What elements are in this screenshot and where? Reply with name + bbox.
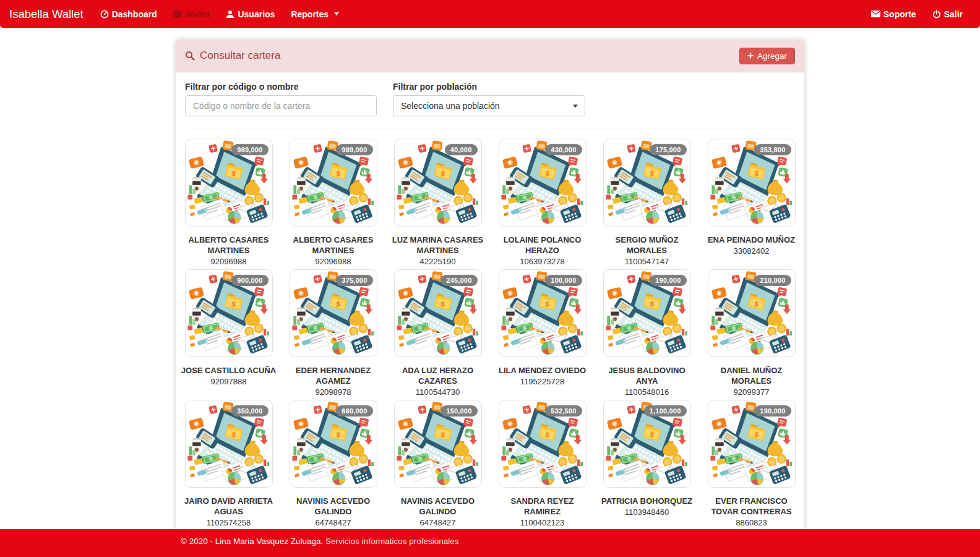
main-container: Consultar cartera Agregar Filtrar por có… xyxy=(176,40,804,557)
nav-item-usuarios[interactable]: Usuarios xyxy=(218,0,283,28)
cartera-thumbnail[interactable]: 532,500 xyxy=(499,400,587,488)
footer-copyright: © 2020 - Lina Maria Vasquez Zuluaga. xyxy=(181,537,323,546)
cartera-card[interactable]: 190,000 JESUS BALDOVINO ANYA 1100548016 xyxy=(595,269,699,400)
card-code: 1100402123 xyxy=(520,518,564,529)
population-select[interactable]: Selecciona una población xyxy=(393,95,585,116)
card-code: 33082402 xyxy=(734,246,770,257)
card-name: ALBERTO CASARES MARTINES xyxy=(285,235,382,256)
cartera-card[interactable]: 353,800 ENA PEINADO MUÑOZ 33082402 xyxy=(699,139,804,269)
cartera-thumbnail[interactable]: 989,000 xyxy=(290,139,377,227)
cartera-thumbnail[interactable]: 100,000 xyxy=(499,269,587,357)
navbar-left-menu: Dashboard Wallet Usuarios Reporte xyxy=(92,0,347,28)
add-button[interactable]: Agregar xyxy=(739,48,795,64)
power-icon xyxy=(932,10,941,19)
cartera-card[interactable]: 190,000 EVER FRANCISCO TOVAR CONTRERAS 8… xyxy=(699,400,804,530)
card-name: JESUS BALDOVINO ANYA xyxy=(598,366,696,387)
card-name: JOSE CASTILLO ACUÑA xyxy=(180,366,278,376)
filters-row: Filtrar por código o nombre Filtrar por … xyxy=(185,82,795,116)
card-code: 1103948460 xyxy=(625,507,669,518)
cartera-card[interactable]: 989,000 ALBERTO CASARES MARTINES 9209698… xyxy=(176,139,281,269)
footer-link[interactable]: Servicios informaticos profesionales xyxy=(325,537,458,546)
card-amount-badge: 1,100,000 xyxy=(644,405,687,417)
nav-item-dashboard[interactable]: Dashboard xyxy=(92,0,165,28)
card-code: 92096988 xyxy=(211,257,247,267)
cards-grid: 989,000 ALBERTO CASARES MARTINES 9209698… xyxy=(176,139,804,530)
nav-item-salir[interactable]: Salir xyxy=(924,0,971,28)
nav-item-reportes[interactable]: Reportes xyxy=(283,0,347,28)
card-amount-badge: 989,000 xyxy=(231,144,268,155)
envelope-icon xyxy=(871,11,880,17)
cartera-card[interactable]: 430,000 LOLAINE POLANCO HERAZO 106397327… xyxy=(490,139,595,269)
card-code: 1100547147 xyxy=(625,257,669,267)
page-title: Consultar cartera xyxy=(185,50,280,62)
cartera-card[interactable]: 150,000 NAVINIS ACEVEDO GALINDO 64748427 xyxy=(385,400,490,530)
page-title-text: Consultar cartera xyxy=(200,50,280,62)
footer-text: © 2020 - Lina Maria Vasquez Zuluaga. Ser… xyxy=(176,529,804,553)
cartera-card[interactable]: 100,000 LILA MENDEZ OVIEDO 1195225728 xyxy=(490,269,595,400)
card-amount-badge: 150,000 xyxy=(441,405,477,417)
nav-item-wallet[interactable]: Wallet xyxy=(165,0,218,28)
card-name: LUZ MARINA CASARES MARTINES xyxy=(389,235,487,256)
cartera-card[interactable]: 680,000 NAVINIS ACEVEDO GALINDO 64748427 xyxy=(281,400,385,530)
cartera-card[interactable]: 175,000 SERGIO MUÑOZ MORALES 1100547147 xyxy=(595,139,699,269)
card-code: 1100548016 xyxy=(625,387,669,398)
card-amount-badge: 680,000 xyxy=(336,405,372,417)
cartera-thumbnail[interactable]: 1,100,000 xyxy=(603,400,691,488)
nav-item-soporte[interactable]: Soporte xyxy=(863,0,924,28)
card-amount-badge: 989,000 xyxy=(336,144,372,155)
cartera-thumbnail[interactable]: 245,000 xyxy=(394,269,482,357)
population-select-wrap: Selecciona una población xyxy=(393,95,585,116)
card-name: SANDRA REYEZ RAMIREZ xyxy=(494,496,591,517)
card-code: 1063973278 xyxy=(520,257,564,267)
cartera-thumbnail[interactable]: 190,000 xyxy=(603,269,691,357)
card-amount-badge: 175,000 xyxy=(650,144,686,155)
card-amount-badge: 210,000 xyxy=(754,275,791,286)
card-amount-badge: 190,000 xyxy=(754,405,791,417)
cartera-thumbnail[interactable]: 350,000 xyxy=(185,400,273,488)
card-name: EVER FRANCISCO TOVAR CONTRERAS xyxy=(703,496,801,517)
card-code: 1102574258 xyxy=(207,518,251,529)
card-amount-badge: 375,000 xyxy=(336,275,372,286)
card-name: JAIRO DAVID ARRIETA AGUAS xyxy=(180,496,278,517)
cartera-thumbnail[interactable]: 900,000 xyxy=(185,269,273,357)
filter-code-name: Filtrar por código o nombre xyxy=(185,82,377,116)
cartera-thumbnail[interactable]: 175,000 xyxy=(603,139,691,227)
cartera-thumbnail[interactable]: 375,000 xyxy=(290,269,377,357)
cartera-card[interactable]: 900,000 JOSE CASTILLO ACUÑA 92097888 xyxy=(176,269,281,400)
card-code: 1195225728 xyxy=(520,377,564,387)
card-amount-badge: 532,500 xyxy=(545,405,582,417)
cartera-card[interactable]: 40,000 LUZ MARINA CASARES MARTINES 42225… xyxy=(385,139,490,269)
card-amount-badge: 190,000 xyxy=(650,275,686,286)
cartera-thumbnail[interactable]: 430,000 xyxy=(499,139,587,227)
cartera-thumbnail[interactable]: 680,000 xyxy=(290,400,377,488)
cartera-thumbnail[interactable]: 150,000 xyxy=(394,400,482,488)
brand-link[interactable]: Isabella Wallet xyxy=(9,7,84,21)
cartera-thumbnail[interactable]: 190,000 xyxy=(708,400,796,488)
card-code: 92098978 xyxy=(316,387,351,398)
cartera-thumbnail[interactable]: 989,000 xyxy=(185,139,273,227)
cartera-thumbnail[interactable]: 210,000 xyxy=(708,269,796,357)
card-code: 64748427 xyxy=(316,518,351,529)
cartera-card[interactable]: 1,100,000 PATRICIA BOHORQUEZ 1103948460 xyxy=(595,400,699,530)
card-name: LOLAINE POLANCO HERAZO xyxy=(494,235,591,256)
card-amount-badge: 350,000 xyxy=(231,405,268,417)
cartera-card[interactable]: 245,000 ADA LUZ HERAZO CAZARES 110054473… xyxy=(385,269,490,400)
cartera-thumbnail[interactable]: 353,800 xyxy=(708,139,796,227)
card-code: 92099377 xyxy=(734,387,770,398)
card-amount-badge: 40,000 xyxy=(445,144,478,155)
cartera-card[interactable]: 989,000 ALBERTO CASARES MARTINES 9209698… xyxy=(281,139,385,269)
card-name: ADA LUZ HERAZO CAZARES xyxy=(389,366,487,387)
nav-item-label: Wallet xyxy=(185,9,210,19)
card-code: 8860823 xyxy=(736,518,767,529)
cartera-thumbnail[interactable]: 40,000 xyxy=(394,139,482,227)
footer: © 2020 - Lina Maria Vasquez Zuluaga. Ser… xyxy=(0,529,980,557)
cartera-card[interactable]: 532,500 SANDRA REYEZ RAMIREZ 1100402123 xyxy=(490,400,595,530)
cartera-card[interactable]: 350,000 JAIRO DAVID ARRIETA AGUAS 110257… xyxy=(176,400,281,530)
nav-item-label: Dashboard xyxy=(112,9,157,19)
cartera-card[interactable]: 210,000 DANIEL MUÑOZ MORALES 92099377 xyxy=(699,269,804,400)
nav-item-label: Reportes xyxy=(291,9,329,19)
card-amount-badge: 353,800 xyxy=(754,144,791,155)
cartera-card[interactable]: 375,000 EDER HERNANDEZ AGAMEZ 92098978 xyxy=(281,269,385,400)
code-name-input[interactable] xyxy=(185,95,377,116)
card-amount-badge: 900,000 xyxy=(231,275,268,286)
